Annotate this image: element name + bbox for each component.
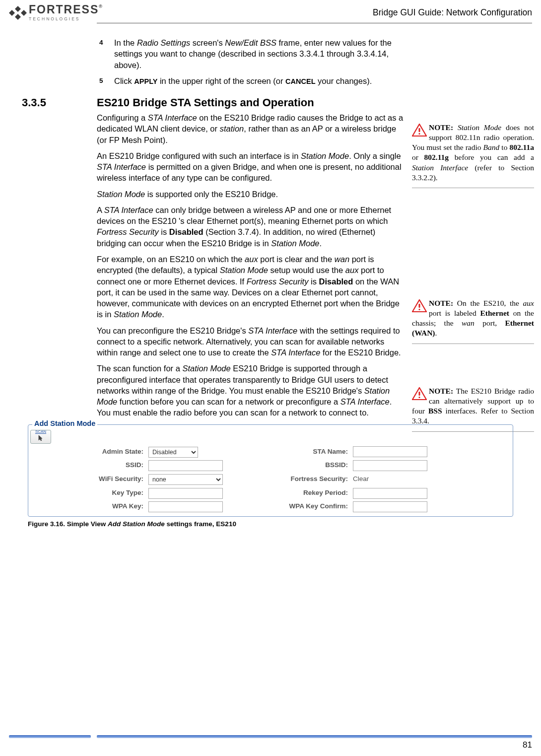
header-title: Bridge GUI Guide: Network Configuration — [373, 7, 532, 19]
sta-name-input[interactable] — [353, 446, 427, 457]
step-list: 4 In the Radio Settings screen's New/Edi… — [99, 37, 407, 86]
svg-marker-2 — [21, 10, 27, 16]
cursor-icon — [37, 435, 44, 444]
admin-state-select[interactable]: Disabled — [148, 447, 198, 458]
ssid-input[interactable] — [148, 460, 223, 471]
footer-rule-left — [9, 735, 91, 738]
page-header: FORTRESS® TECHNOLOGIES Bridge GUI Guide:… — [0, 0, 541, 23]
label-key-type: Key Type: — [56, 488, 145, 497]
step-5: 5 Click APPLY in the upper right of the … — [99, 75, 407, 87]
bssid-input[interactable] — [353, 460, 427, 471]
figure-caption: Figure 3.16. Simple View Add Station Mod… — [28, 520, 513, 529]
note-icon — [412, 387, 427, 403]
note-icon — [412, 299, 427, 315]
section-title: ES210 Bridge STA Settings and Operation — [97, 95, 314, 110]
para: Station Mode is supported only the ES210… — [97, 189, 405, 200]
rekey-period-input[interactable] — [353, 488, 427, 499]
label-wpa-key-confirm: WPA Key Confirm: — [236, 502, 350, 511]
svg-marker-3 — [15, 14, 21, 20]
body-column: Configuring a STA Interface on the ES210… — [97, 112, 405, 418]
svg-point-9 — [418, 309, 420, 310]
logo-main: FORTRESS — [29, 3, 99, 16]
step-4: 4 In the Radio Settings screen's New/Edi… — [99, 37, 407, 70]
section-heading: 3.3.5 ES210 Bridge STA Settings and Oper… — [0, 95, 541, 110]
label-bssid: BSSID: — [236, 461, 350, 470]
step-num: 4 — [99, 37, 114, 70]
footer-rule — [97, 735, 532, 738]
para: The scan function for a Station Mode ES2… — [97, 363, 405, 418]
svg-point-12 — [418, 397, 420, 398]
note-1: NOTE: Station Mode does not support 802.… — [412, 123, 534, 188]
logo-sub: TECHNOLOGIES — [29, 16, 80, 21]
note-rule — [412, 188, 534, 188]
label-wifi-security: WiFi Security: — [56, 475, 145, 483]
svg-point-6 — [418, 133, 420, 135]
fortress-security-value: Clear — [353, 475, 437, 483]
note-rule — [412, 344, 534, 344]
note-2: NOTE: On the ES210, the aux port is labe… — [412, 298, 534, 344]
label-ssid: SSID: — [56, 461, 145, 470]
para: An ES210 Bridge configured with such an … — [97, 150, 405, 184]
para: A STA Interface can only bridge between … — [97, 205, 405, 249]
figure-3-16: Add Station Mode SCAN Admin State: Disab… — [28, 424, 513, 529]
scan-label: SCAN — [35, 429, 46, 435]
logo: FORTRESS® TECHNOLOGIES — [9, 4, 102, 22]
step-body: Click APPLY in the upper right of the sc… — [114, 75, 407, 87]
frame-legend: Add Station Mode — [32, 419, 97, 429]
key-type-input[interactable] — [148, 488, 223, 499]
svg-rect-11 — [419, 392, 420, 396]
wifi-security-select[interactable]: none — [148, 474, 223, 485]
svg-rect-8 — [419, 304, 420, 308]
step-body: In the Radio Settings screen's New/Edit … — [114, 37, 407, 70]
label-admin-state: Admin State: — [56, 447, 145, 456]
para: For example, on an ES210 on which the au… — [97, 254, 405, 320]
label-wpa-key: WPA Key: — [56, 502, 145, 511]
para: You can preconfigure the ES210 Bridge's … — [97, 325, 405, 358]
para: Configuring a STA Interface on the ES210… — [97, 112, 405, 145]
label-sta-name: STA Name: — [236, 447, 350, 456]
section-number: 3.3.5 — [0, 95, 97, 110]
fortress-logo-icon — [9, 4, 27, 22]
header-rule — [97, 23, 532, 23]
note-icon — [412, 124, 427, 139]
page-number: 81 — [523, 740, 532, 751]
wpa-key-confirm-input[interactable] — [353, 501, 427, 512]
wpa-key-input[interactable] — [148, 501, 223, 512]
svg-rect-5 — [419, 128, 420, 132]
label-rekey-period: Rekey Period: — [236, 488, 350, 497]
step-num: 5 — [99, 75, 114, 87]
logo-reg: ® — [99, 4, 102, 9]
scan-button[interactable]: SCAN — [30, 430, 51, 444]
svg-marker-1 — [9, 10, 15, 16]
add-station-mode-frame: Add Station Mode SCAN Admin State: Disab… — [28, 424, 513, 517]
label-fortress-security: Fortress Security: — [236, 475, 350, 483]
svg-marker-0 — [15, 6, 21, 12]
